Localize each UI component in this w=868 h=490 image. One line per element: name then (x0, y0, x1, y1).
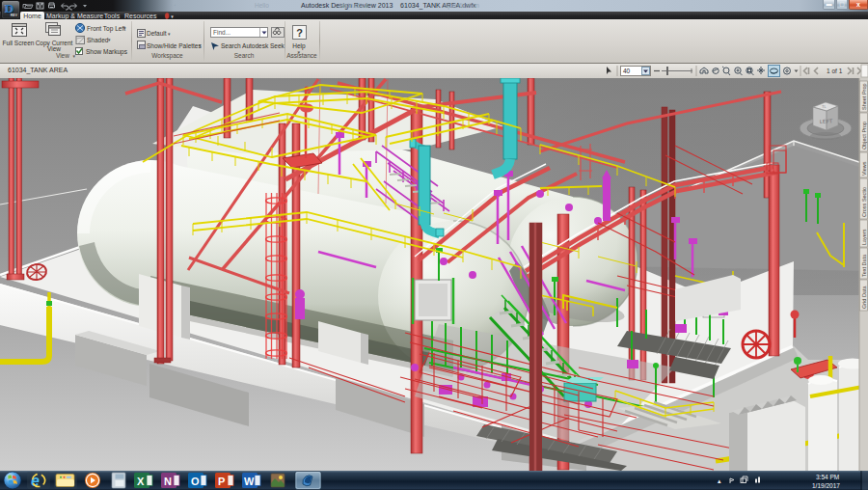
svg-text:N: N (164, 476, 172, 487)
svg-text:40: 40 (623, 68, 631, 74)
svg-text:Object Prop: Object Prop (861, 122, 867, 150)
svg-text:X: X (137, 476, 145, 487)
svg-text:Views: Views (861, 161, 867, 176)
svg-text:Cross Sectio: Cross Sectio (861, 187, 867, 217)
svg-text:▾: ▾ (123, 25, 126, 31)
svg-text:1/19/2017: 1/19/2017 (812, 482, 840, 489)
svg-text:TL: TL (822, 104, 827, 109)
svg-text:▴: ▴ (718, 477, 721, 484)
svg-text:LEFT: LEFT (820, 118, 833, 124)
svg-text:Full Screen: Full Screen (3, 40, 35, 46)
svg-text:P: P (218, 476, 225, 487)
svg-text:▾: ▾ (168, 31, 171, 37)
svg-text:Shaded: Shaded (87, 37, 109, 43)
svg-text:Text Data: Text Data (861, 254, 867, 277)
svg-text:Grid Data: Grid Data (861, 286, 867, 309)
svg-text:Front Top Left: Front Top Left (87, 25, 125, 33)
svg-text:Sheet Prop: Sheet Prop (861, 83, 867, 110)
svg-text:Search Autodesk Seek: Search Autodesk Seek (221, 42, 285, 49)
svg-text:W: W (244, 476, 255, 487)
svg-text:View: View (47, 45, 61, 52)
svg-text:▾: ▾ (108, 37, 111, 42)
svg-text:Find...: Find... (213, 29, 231, 36)
svg-text:?: ? (296, 27, 303, 39)
svg-text:O: O (191, 476, 200, 487)
svg-text:▾: ▾ (298, 49, 301, 55)
svg-text:Layers: Layers (861, 229, 867, 245)
svg-text:Show/Hide Palettes: Show/Hide Palettes (147, 42, 202, 49)
svg-text:Show Markups: Show Markups (86, 48, 128, 56)
svg-text:Default: Default (147, 30, 167, 37)
svg-text:1 of 1: 1 of 1 (827, 68, 843, 74)
svg-text:3:54 PM: 3:54 PM (816, 474, 839, 480)
